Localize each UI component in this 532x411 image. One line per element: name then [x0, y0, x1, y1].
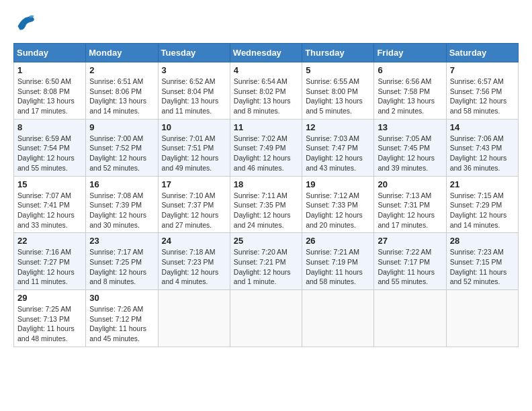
day-number: 29	[17, 293, 82, 303]
day-info: Sunrise: 6:59 AM Sunset: 7:54 PM Dayligh…	[17, 134, 82, 173]
weekday-header: Thursday	[302, 44, 374, 62]
weekday-header: Monday	[86, 44, 158, 62]
day-info: Sunrise: 7:21 AM Sunset: 7:19 PM Dayligh…	[306, 247, 370, 287]
weekday-header: Sunday	[14, 44, 86, 62]
calendar-cell: 7 Sunrise: 6:57 AM Sunset: 7:56 PM Dayli…	[446, 62, 518, 120]
calendar-week-row: 1 Sunrise: 6:50 AM Sunset: 8:08 PM Dayli…	[14, 62, 519, 120]
day-number: 1	[17, 65, 82, 75]
day-info: Sunrise: 7:26 AM Sunset: 7:12 PM Dayligh…	[89, 304, 154, 344]
calendar-cell: 13 Sunrise: 7:05 AM Sunset: 7:45 PM Dayl…	[374, 119, 446, 176]
day-info: Sunrise: 7:12 AM Sunset: 7:33 PM Dayligh…	[306, 191, 370, 230]
day-info: Sunrise: 7:01 AM Sunset: 7:51 PM Dayligh…	[162, 134, 226, 173]
calendar-cell: 26 Sunrise: 7:21 AM Sunset: 7:19 PM Dayl…	[302, 233, 374, 290]
calendar-week-row: 22 Sunrise: 7:16 AM Sunset: 7:27 PM Dayl…	[14, 233, 519, 290]
calendar-cell: 25 Sunrise: 7:20 AM Sunset: 7:21 PM Dayl…	[230, 233, 302, 290]
calendar-cell: 14 Sunrise: 7:06 AM Sunset: 7:43 PM Dayl…	[446, 119, 518, 176]
day-info: Sunrise: 7:06 AM Sunset: 7:43 PM Dayligh…	[450, 134, 515, 173]
calendar-cell: 21 Sunrise: 7:15 AM Sunset: 7:29 PM Dayl…	[446, 176, 518, 233]
day-info: Sunrise: 7:03 AM Sunset: 7:47 PM Dayligh…	[306, 134, 370, 173]
day-info: Sunrise: 7:08 AM Sunset: 7:39 PM Dayligh…	[89, 191, 154, 230]
day-number: 4	[234, 65, 298, 75]
calendar-cell: 20 Sunrise: 7:13 AM Sunset: 7:31 PM Dayl…	[374, 176, 446, 233]
calendar-header: SundayMondayTuesdayWednesdayThursdayFrid…	[14, 44, 519, 62]
day-number: 20	[378, 179, 442, 189]
day-number: 7	[450, 65, 515, 75]
day-number: 27	[378, 236, 442, 246]
day-number: 13	[378, 122, 442, 132]
day-info: Sunrise: 7:13 AM Sunset: 7:31 PM Dayligh…	[378, 191, 442, 230]
day-number: 17	[162, 179, 226, 189]
calendar-cell: 28 Sunrise: 7:23 AM Sunset: 7:15 PM Dayl…	[446, 233, 518, 290]
day-number: 10	[162, 122, 226, 132]
day-info: Sunrise: 7:22 AM Sunset: 7:17 PM Dayligh…	[378, 247, 442, 287]
day-number: 3	[162, 65, 226, 75]
day-info: Sunrise: 7:15 AM Sunset: 7:29 PM Dayligh…	[450, 191, 515, 230]
page-header	[13, 13, 519, 32]
day-info: Sunrise: 7:20 AM Sunset: 7:21 PM Dayligh…	[234, 247, 298, 287]
calendar-cell: 3 Sunrise: 6:52 AM Sunset: 8:04 PM Dayli…	[158, 62, 230, 120]
calendar-cell	[158, 290, 230, 347]
day-info: Sunrise: 7:17 AM Sunset: 7:25 PM Dayligh…	[89, 247, 154, 287]
day-info: Sunrise: 7:10 AM Sunset: 7:37 PM Dayligh…	[162, 191, 226, 230]
calendar-cell: 1 Sunrise: 6:50 AM Sunset: 8:08 PM Dayli…	[14, 62, 86, 120]
day-number: 22	[17, 236, 82, 246]
calendar-cell: 6 Sunrise: 6:56 AM Sunset: 7:58 PM Dayli…	[374, 62, 446, 120]
day-number: 14	[450, 122, 515, 132]
day-number: 26	[306, 236, 370, 246]
logo	[13, 13, 38, 32]
day-info: Sunrise: 7:11 AM Sunset: 7:35 PM Dayligh…	[234, 191, 298, 230]
day-info: Sunrise: 7:02 AM Sunset: 7:49 PM Dayligh…	[234, 134, 298, 173]
calendar-cell: 4 Sunrise: 6:54 AM Sunset: 8:02 PM Dayli…	[230, 62, 302, 120]
day-info: Sunrise: 6:52 AM Sunset: 8:04 PM Dayligh…	[162, 77, 226, 116]
day-info: Sunrise: 7:25 AM Sunset: 7:13 PM Dayligh…	[17, 304, 82, 344]
calendar-table: SundayMondayTuesdayWednesdayThursdayFrid…	[13, 43, 519, 347]
weekday-header: Friday	[374, 44, 446, 62]
day-info: Sunrise: 7:16 AM Sunset: 7:27 PM Dayligh…	[17, 247, 82, 287]
day-number: 16	[89, 179, 154, 189]
day-number: 12	[306, 122, 370, 132]
calendar-cell: 19 Sunrise: 7:12 AM Sunset: 7:33 PM Dayl…	[302, 176, 374, 233]
day-number: 18	[234, 179, 298, 189]
calendar-cell: 2 Sunrise: 6:51 AM Sunset: 8:06 PM Dayli…	[86, 62, 158, 120]
day-number: 5	[306, 65, 370, 75]
calendar-cell: 11 Sunrise: 7:02 AM Sunset: 7:49 PM Dayl…	[230, 119, 302, 176]
day-number: 9	[89, 122, 154, 132]
calendar-cell: 16 Sunrise: 7:08 AM Sunset: 7:39 PM Dayl…	[86, 176, 158, 233]
calendar-week-row: 8 Sunrise: 6:59 AM Sunset: 7:54 PM Dayli…	[14, 119, 519, 176]
day-number: 19	[306, 179, 370, 189]
calendar-cell: 29 Sunrise: 7:25 AM Sunset: 7:13 PM Dayl…	[14, 290, 86, 347]
day-number: 28	[450, 236, 515, 246]
calendar-cell: 18 Sunrise: 7:11 AM Sunset: 7:35 PM Dayl…	[230, 176, 302, 233]
calendar-cell: 24 Sunrise: 7:18 AM Sunset: 7:23 PM Dayl…	[158, 233, 230, 290]
calendar-cell	[230, 290, 302, 347]
weekday-header: Wednesday	[230, 44, 302, 62]
logo-icon	[13, 13, 35, 32]
calendar-cell: 12 Sunrise: 7:03 AM Sunset: 7:47 PM Dayl…	[302, 119, 374, 176]
calendar-cell: 23 Sunrise: 7:17 AM Sunset: 7:25 PM Dayl…	[86, 233, 158, 290]
calendar-cell	[302, 290, 374, 347]
day-number: 25	[234, 236, 298, 246]
calendar-week-row: 29 Sunrise: 7:25 AM Sunset: 7:13 PM Dayl…	[14, 290, 519, 347]
day-info: Sunrise: 6:51 AM Sunset: 8:06 PM Dayligh…	[89, 77, 154, 116]
calendar-cell: 15 Sunrise: 7:07 AM Sunset: 7:41 PM Dayl…	[14, 176, 86, 233]
day-info: Sunrise: 7:00 AM Sunset: 7:52 PM Dayligh…	[89, 134, 154, 173]
day-number: 2	[89, 65, 154, 75]
day-info: Sunrise: 6:54 AM Sunset: 8:02 PM Dayligh…	[234, 77, 298, 116]
calendar-week-row: 15 Sunrise: 7:07 AM Sunset: 7:41 PM Dayl…	[14, 176, 519, 233]
calendar-cell: 30 Sunrise: 7:26 AM Sunset: 7:12 PM Dayl…	[86, 290, 158, 347]
day-info: Sunrise: 6:50 AM Sunset: 8:08 PM Dayligh…	[17, 77, 82, 116]
day-info: Sunrise: 6:56 AM Sunset: 7:58 PM Dayligh…	[378, 77, 442, 116]
weekday-header: Tuesday	[158, 44, 230, 62]
calendar-cell: 22 Sunrise: 7:16 AM Sunset: 7:27 PM Dayl…	[14, 233, 86, 290]
weekday-header: Saturday	[446, 44, 518, 62]
day-info: Sunrise: 6:57 AM Sunset: 7:56 PM Dayligh…	[450, 77, 515, 116]
day-number: 11	[234, 122, 298, 132]
day-info: Sunrise: 7:05 AM Sunset: 7:45 PM Dayligh…	[378, 134, 442, 173]
day-number: 6	[378, 65, 442, 75]
day-info: Sunrise: 7:07 AM Sunset: 7:41 PM Dayligh…	[17, 191, 82, 230]
day-number: 30	[89, 293, 154, 303]
day-number: 15	[17, 179, 82, 189]
calendar-cell: 27 Sunrise: 7:22 AM Sunset: 7:17 PM Dayl…	[374, 233, 446, 290]
calendar-cell	[374, 290, 446, 347]
calendar-cell	[446, 290, 518, 347]
